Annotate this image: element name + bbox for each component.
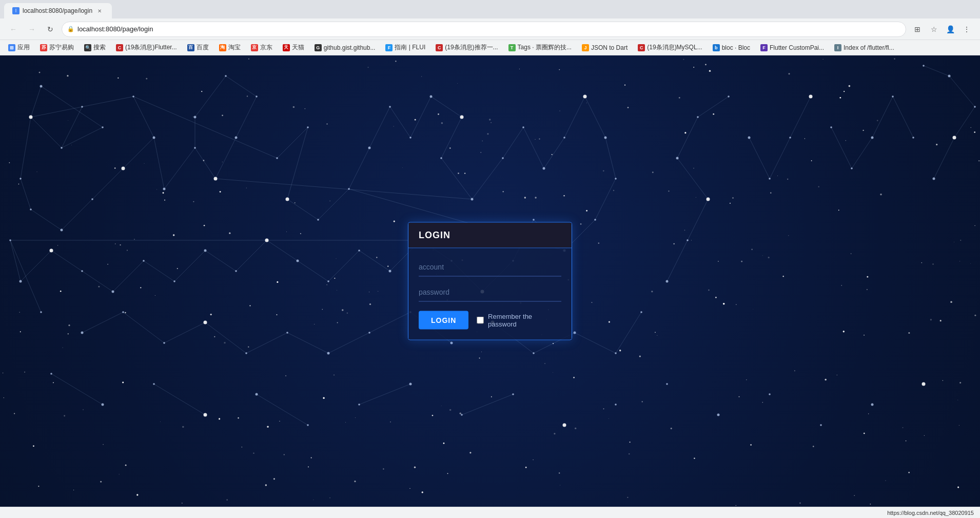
bookmark-tags-label: Tags · 票圈辉的技... bbox=[518, 43, 572, 52]
lock-icon: 🔒 bbox=[67, 26, 74, 32]
bookmark-apps-label: 应用 bbox=[17, 43, 30, 52]
login-actions: LOGIN Remember the password bbox=[419, 311, 561, 329]
custom-paint-favicon: F bbox=[760, 44, 768, 51]
bookmark-bloc-label: bloc · Bloc bbox=[722, 44, 750, 51]
github-favicon: G bbox=[315, 44, 322, 51]
account-input[interactable] bbox=[419, 260, 561, 273]
bookmark-custom-paint-label: Flutter CustomPai... bbox=[770, 44, 824, 51]
login-title: LOGIN bbox=[419, 229, 450, 240]
index-favicon: I bbox=[834, 44, 841, 51]
bookmark-mysql-label: (19条消息)MySQL... bbox=[647, 43, 702, 52]
browser-chrome: l localhost:8080/page/login ✕ ← → ↻ 🔒 lo… bbox=[0, 0, 980, 55]
bloc-favicon: b bbox=[713, 44, 720, 51]
remember-container: Remember the password bbox=[477, 312, 561, 328]
bookmark-github[interactable]: G github.gist.github... bbox=[310, 43, 380, 52]
bookmark-suning-label: 苏宁易购 bbox=[49, 43, 74, 52]
taobao-favicon: 淘 bbox=[219, 44, 226, 51]
bookmark-suning[interactable]: 苏 苏宁易购 bbox=[36, 42, 78, 53]
bookmark-tags[interactable]: T Tags · 票圈辉的技... bbox=[504, 42, 576, 53]
search-favicon: 🔍 bbox=[84, 44, 91, 51]
bookmark-jd-label: 京东 bbox=[260, 43, 272, 52]
bookmark-json-dart[interactable]: J JSON to Dart bbox=[578, 43, 632, 52]
bookmark-tmall[interactable]: 天 天猫 bbox=[279, 42, 308, 53]
account-field-container bbox=[419, 260, 561, 276]
back-button[interactable]: ← bbox=[6, 22, 21, 36]
remember-checkbox[interactable] bbox=[477, 316, 484, 323]
bookmark-search[interactable]: 🔍 搜索 bbox=[80, 42, 110, 53]
apps-favicon: ⊞ bbox=[8, 44, 15, 51]
mysql-favicon: C bbox=[638, 44, 645, 51]
page-content: LOGIN LOGIN Remember the password bbox=[0, 55, 980, 518]
bookmark-tmall-label: 天猫 bbox=[292, 43, 304, 52]
active-tab[interactable]: l localhost:8080/page/login ✕ bbox=[4, 3, 112, 18]
bookmark-index[interactable]: I Index of /flutter/fl... bbox=[830, 43, 898, 52]
bookmark-bloc[interactable]: b bloc · Bloc bbox=[709, 43, 754, 52]
address-url: localhost:8080/page/login bbox=[77, 25, 900, 33]
bookmark-taobao[interactable]: 淘 淘宝 bbox=[215, 42, 245, 53]
bookmark-json-dart-label: JSON to Dart bbox=[591, 44, 628, 51]
tab-favicon: l bbox=[12, 7, 19, 14]
tab-title: localhost:8080/page/login bbox=[23, 7, 92, 14]
address-bar[interactable]: 🔒 localhost:8080/page/login bbox=[62, 22, 906, 37]
status-bar: https://blog.csdn.net/qq_38020915 bbox=[0, 507, 980, 518]
login-title-bar: LOGIN bbox=[408, 222, 572, 248]
bookmark-taobao-label: 淘宝 bbox=[228, 43, 241, 52]
bookmark-recommend-label: (19条消息)推荐一... bbox=[445, 43, 498, 52]
login-button[interactable]: LOGIN bbox=[419, 311, 468, 329]
bookmark-flutter1[interactable]: C (19条消息)Flutter... bbox=[112, 42, 181, 53]
menu-button[interactable]: ⋮ bbox=[959, 22, 974, 36]
tab-bar: l localhost:8080/page/login ✕ bbox=[0, 0, 980, 18]
remember-label[interactable]: Remember the password bbox=[488, 312, 561, 328]
bookmark-custom-paint[interactable]: F Flutter CustomPai... bbox=[756, 43, 828, 52]
password-input[interactable] bbox=[419, 285, 561, 298]
bookmark-github-label: github.gist.github... bbox=[324, 44, 376, 51]
bookmark-flui[interactable]: F 指南 | FLUI bbox=[381, 42, 429, 53]
tags-favicon: T bbox=[508, 44, 516, 51]
bookmark-recommend[interactable]: C (19条消息)推荐一... bbox=[432, 42, 502, 53]
extensions-button[interactable]: ⊞ bbox=[910, 22, 925, 36]
login-card: LOGIN LOGIN Remember the password bbox=[408, 222, 572, 340]
baidu-favicon: 百 bbox=[187, 44, 194, 51]
nav-bar: ← → ↻ 🔒 localhost:8080/page/login ⊞ ☆ 👤 … bbox=[0, 18, 980, 40]
bookmark-star-button[interactable]: ☆ bbox=[927, 22, 941, 36]
account-button[interactable]: 👤 bbox=[943, 22, 957, 36]
tmall-favicon: 天 bbox=[283, 44, 290, 51]
bookmarks-bar: ⊞ 应用 苏 苏宁易购 🔍 搜索 C (19条消息)Flutter... 百 百… bbox=[0, 40, 980, 55]
reload-button[interactable]: ↻ bbox=[43, 22, 57, 36]
bookmark-jd[interactable]: 京 京东 bbox=[247, 42, 277, 53]
recommend-favicon: C bbox=[436, 44, 443, 51]
bookmark-apps[interactable]: ⊞ 应用 bbox=[4, 42, 34, 53]
bookmark-search-label: 搜索 bbox=[93, 43, 106, 52]
tab-close-button[interactable]: ✕ bbox=[95, 7, 104, 15]
flutter1-favicon: C bbox=[116, 44, 123, 51]
nav-icons-right: ⊞ ☆ 👤 ⋮ bbox=[910, 22, 974, 36]
bookmark-index-label: Index of /flutter/fl... bbox=[844, 44, 894, 51]
status-url: https://blog.csdn.net/qq_38020915 bbox=[887, 510, 974, 516]
jd-favicon: 京 bbox=[251, 44, 258, 51]
forward-button[interactable]: → bbox=[25, 22, 39, 36]
bookmark-baidu[interactable]: 百 百度 bbox=[183, 42, 213, 53]
bookmark-baidu-label: 百度 bbox=[197, 43, 209, 52]
bookmark-flutter1-label: (19条消息)Flutter... bbox=[125, 43, 177, 52]
json-dart-favicon: J bbox=[582, 44, 589, 51]
bookmark-flui-label: 指南 | FLUI bbox=[395, 43, 425, 52]
suning-favicon: 苏 bbox=[40, 44, 47, 51]
login-body: LOGIN Remember the password bbox=[408, 248, 572, 339]
flui-favicon: F bbox=[385, 44, 393, 51]
password-field-container bbox=[419, 285, 561, 301]
bookmark-mysql[interactable]: C (19条消息)MySQL... bbox=[634, 42, 706, 53]
